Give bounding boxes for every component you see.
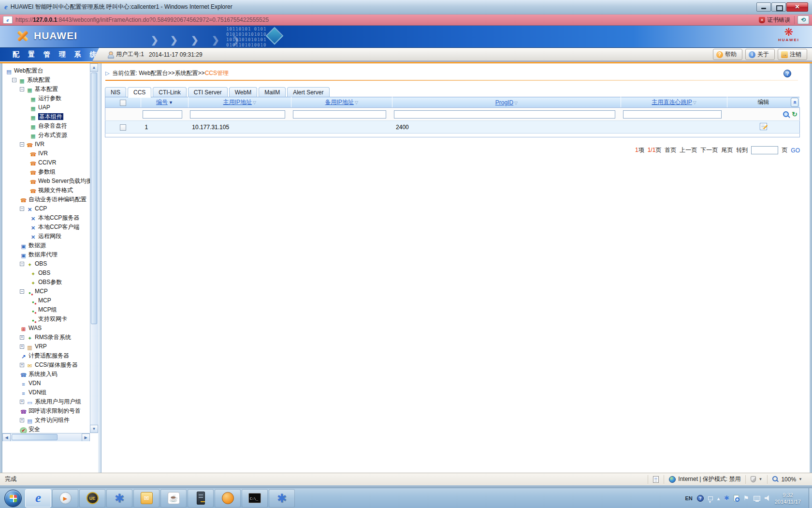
goto-page-input[interactable] [751,146,778,154]
search-icon[interactable] [783,111,790,118]
refresh-icon[interactable] [792,110,798,118]
maximize-button[interactable] [771,2,786,12]
filter-input-primary-ip[interactable] [190,110,285,119]
tree-item[interactable]: +VRP [2,342,90,351]
safety-menu[interactable]: ▼ [745,475,767,484]
tree-horizontal-scrollbar[interactable]: ◀ ▶ [2,433,90,441]
search-doc-tray-icon[interactable] [734,495,739,501]
clover-taskbar-button[interactable] [269,489,295,508]
volume-tray-icon[interactable] [765,495,770,501]
clover-tray-icon[interactable] [724,494,729,502]
sort-icon[interactable] [169,100,173,105]
column-header-progid[interactable]: ProgID [495,99,513,106]
taskbar-clock[interactable]: 9:32 2014/11/17 [775,492,801,505]
tree-item[interactable]: 分布式资源 [2,131,90,140]
cmd-taskbar-button[interactable] [242,489,268,508]
about-button[interactable]: 关于 [745,49,775,60]
table-row[interactable]: 1 10.177.31.105 2400 [105,121,800,134]
tree-item[interactable]: 自动业务语种编码配置 [2,195,90,204]
tab-nis[interactable]: NIS [105,87,126,97]
tree-item[interactable]: +RMS录音系统 [2,333,90,342]
tree-item[interactable]: +系统用户与用户组 [2,397,90,406]
tab-cti-link[interactable]: CTI-Link [153,87,186,97]
scroll-right-button[interactable]: ▶ [82,433,90,442]
tree-item[interactable]: VDN组 [2,388,90,397]
scrollbar-thumb[interactable] [91,73,97,324]
help-tray-icon[interactable] [697,495,704,502]
tree-item[interactable]: CCIVR [2,158,90,167]
tree-item[interactable]: 数据库代理 [2,250,90,259]
java-taskbar-button[interactable] [160,489,187,508]
tree-item[interactable]: −IVR [2,140,90,149]
outlook-taskbar-button[interactable] [133,489,160,508]
close-button[interactable] [786,2,808,12]
tree-item[interactable]: Web配置台 [2,66,90,75]
tree-item[interactable]: 计费适配服务器 [2,351,90,360]
expand-toggle-icon[interactable]: + [20,400,24,404]
row-checkbox[interactable] [120,124,126,131]
tree-item[interactable]: IVR [2,149,90,158]
tree-item[interactable]: 视频文件格式 [2,186,90,195]
tree-item[interactable]: MCP组 [2,305,90,314]
tree-item[interactable]: Web Server负载均衡 [2,177,90,186]
column-header-heartbeat-ip[interactable]: 主用直连心跳IP [652,99,692,105]
filter-input-heartbeat-ip[interactable] [623,110,722,119]
ultraedit-taskbar-button[interactable] [79,489,105,508]
sort-icon[interactable] [355,100,358,105]
start-taskbar-button[interactable] [2,489,24,508]
tree-item[interactable]: −OBS [2,259,90,269]
refresh-button[interactable]: ⟲ [798,15,809,24]
tree-item[interactable]: OBS参数 [2,278,90,287]
minimize-button[interactable] [756,2,771,12]
filter-input-progid[interactable] [394,110,615,119]
show-desktop-button[interactable] [809,488,812,508]
tree-item[interactable]: 系统接入码 [2,370,90,379]
next-page-link[interactable]: 下一页 [700,146,718,154]
tree-item[interactable]: WAS [2,324,90,333]
collapse-toggle-icon[interactable]: − [20,289,24,294]
column-header-primary-ip[interactable]: 主用IP地址 [223,99,252,105]
collapse-toggle-icon[interactable]: − [20,142,24,147]
server-taskbar-button[interactable] [188,489,214,508]
url-field[interactable]: https://127.0.0.1:8443/webconfig/initFra… [15,16,269,23]
sort-icon[interactable] [693,100,696,105]
collapse-table-button[interactable] [791,98,798,107]
go-button[interactable]: GO [791,147,800,154]
tree-item[interactable]: 自录音盘符 [2,121,90,131]
flag-tray-icon[interactable] [743,494,749,502]
page-help-icon[interactable] [783,70,791,77]
sort-icon[interactable] [514,101,518,105]
filter-input-id[interactable] [143,110,182,119]
prev-page-link[interactable]: 上一页 [680,146,697,154]
tree-item[interactable]: 参数组 [2,167,90,177]
zoom-control[interactable]: 100% ▼ [767,475,807,484]
expand-toggle-icon[interactable]: + [20,335,24,340]
expand-toggle-icon[interactable]: + [20,418,24,422]
tree-item[interactable]: +CCS/媒体服务器 [2,360,90,370]
collapse-toggle-icon[interactable]: − [12,78,16,82]
scroll-down-button[interactable]: ▼ [90,425,98,433]
logout-button[interactable]: 注销 [778,49,807,60]
tab-alert-server[interactable]: Alert Server [287,87,329,97]
tree-item[interactable]: OBS [2,269,90,278]
tab-ccs[interactable]: CCS [128,87,151,98]
column-header-id[interactable]: 编号 [156,99,168,105]
tree-item[interactable]: −系统配置 [2,75,90,85]
sort-icon[interactable] [253,100,256,105]
tree-item[interactable]: −基本配置 [2,85,90,94]
mini-window-tray-icon[interactable] [708,496,713,500]
sidebar-splitter[interactable] [98,63,102,473]
tree-item[interactable]: −MCP [2,287,90,296]
tree-item[interactable]: MCP [2,296,90,305]
tab-webm[interactable]: WebM [229,87,257,97]
first-page-link[interactable]: 首页 [665,146,676,154]
tab-mailm[interactable]: MailM [259,87,286,97]
tree-item[interactable]: 基本组件 [2,112,90,121]
last-page-link[interactable]: 尾页 [721,146,733,154]
expand-toggle-icon[interactable]: + [20,363,24,367]
help-button[interactable]: 帮助 [713,49,742,60]
tab-cti-server[interactable]: CTI Server [188,87,228,97]
scrollbar-thumb[interactable] [12,434,58,440]
collapse-toggle-icon[interactable]: − [20,87,24,91]
collapse-toggle-icon[interactable]: − [20,207,24,211]
